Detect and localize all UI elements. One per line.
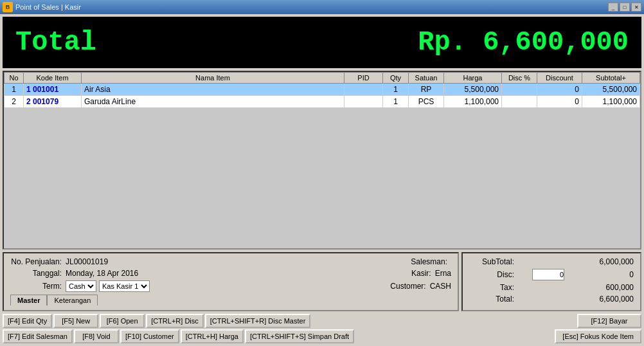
ctrl-h-button[interactable]: [CTRL+H] Harga: [181, 329, 244, 343]
total-value: Rp. 6,600,000: [418, 27, 629, 58]
no-penjualan-label: No. Penjualan:: [10, 257, 62, 266]
cell-nama: Garuda AirLine: [82, 96, 344, 108]
col-kode: Kode Item: [24, 73, 82, 84]
cell-no: 2: [4, 96, 24, 108]
subtotal-label: SubTotal:: [469, 257, 514, 266]
f8-button[interactable]: [F8] Void: [74, 329, 119, 343]
subtotal-value: 6,000,000: [582, 257, 634, 266]
subtotal-row: SubTotal: 6,000,000: [469, 257, 634, 266]
items-table-container: No Kode Item Nama Item PID Qty Satuan Ha…: [3, 71, 641, 250]
tabs[interactable]: Master Keterangan: [10, 295, 451, 305]
customer-label: Customer:: [375, 282, 426, 291]
buttons-row-1: [F4] Edit Qty [F5] New [F6] Open [CTRL+R…: [3, 314, 641, 328]
cell-qty: 1: [383, 96, 409, 108]
col-harga: Harga: [444, 73, 502, 84]
cell-subtotal: 5,500,000: [582, 84, 640, 96]
col-qty: Qty: [383, 73, 409, 84]
col-pid: PID: [344, 73, 383, 84]
cell-disc-pct: [502, 84, 537, 96]
no-penjualan-value: JL00001019: [66, 257, 108, 266]
term-row: Term: Cash Kas Kasir 1 Customer: CASH: [10, 280, 451, 292]
col-no: No: [4, 73, 24, 84]
tanggal-label: Tanggal:: [10, 269, 62, 278]
tab-keterangan[interactable]: Keterangan: [47, 295, 98, 305]
tanggal-row: Tanggal: Monday, 18 Apr 2016 Kasir: Erna: [10, 269, 451, 278]
app-title: Point of Sales | Kasir: [15, 3, 81, 11]
term-label: Term:: [10, 282, 62, 291]
f5-button[interactable]: [F5] New: [53, 314, 98, 328]
cell-harga: 5,500,000: [444, 84, 502, 96]
col-nama: Nama Item: [82, 73, 344, 84]
f10-button[interactable]: [F10] Customer: [120, 329, 179, 343]
disc-input[interactable]: [532, 269, 564, 280]
cell-discount: 0: [537, 84, 582, 96]
table-body: 1 1 001001 Air Asia 1 RP 5,500,000 0 5,5…: [4, 84, 640, 108]
f7-button[interactable]: [F7] Edit Salesman: [3, 329, 73, 343]
cell-satuan: RP: [409, 84, 444, 96]
kasir-label: Kasir:: [380, 269, 431, 278]
term-select[interactable]: Cash: [66, 280, 96, 292]
cell-no: 1: [4, 84, 24, 96]
main-window: Total Rp. 6,600,000 No Kode Item Nama It…: [0, 14, 644, 346]
info-right: SubTotal: 6,000,000 Disc: 0 Tax: 600,000…: [461, 252, 641, 311]
total-sum-value: 6,600,000: [582, 295, 634, 304]
cell-pid: [344, 84, 383, 96]
cell-disc-pct: [502, 96, 537, 108]
f12-button[interactable]: [F12] Bayar: [577, 314, 641, 328]
cell-pid: [344, 96, 383, 108]
salesman-label: Salesman:: [396, 257, 447, 266]
total-label: Total: [15, 27, 96, 58]
customer-value: CASH: [430, 282, 451, 291]
esc-button[interactable]: [Esc] Fokus Kode Item: [555, 329, 641, 343]
tab-master[interactable]: Master: [10, 295, 47, 305]
cell-satuan: PCS: [409, 96, 444, 108]
buttons-row-2: [F7] Edit Salesman [F8] Void [F10] Custo…: [3, 329, 641, 343]
f4-button[interactable]: [F4] Edit Qty: [3, 314, 52, 328]
cell-subtotal: 1,100,000: [582, 96, 640, 108]
total-sum-label: Total:: [469, 295, 514, 304]
table-header-row: No Kode Item Nama Item PID Qty Satuan Ha…: [4, 73, 640, 84]
cell-kode: 1 001001: [24, 84, 82, 96]
f6-button[interactable]: [F6] Open: [100, 314, 145, 328]
title-bar: B Point of Sales | Kasir _ □ ✕: [0, 0, 644, 14]
table-row[interactable]: 1 1 001001 Air Asia 1 RP 5,500,000 0 5,5…: [4, 84, 640, 96]
col-subtotal: Subtotal+: [582, 73, 640, 84]
restore-button[interactable]: □: [620, 3, 630, 12]
cell-discount: 0: [537, 96, 582, 108]
info-section: No. Penjualan: JL00001019 Salesman: Tang…: [3, 252, 641, 311]
cell-kode: 2 001079: [24, 96, 82, 108]
cell-qty: 1: [383, 84, 409, 96]
app-icon: B: [3, 2, 13, 12]
disc-label: Disc:: [469, 270, 514, 279]
ctrl-shift-r-button[interactable]: [CTRL+SHIFT+R] Disc Master: [205, 314, 311, 328]
table-row[interactable]: 2 2 001079 Garuda AirLine 1 PCS 1,100,00…: [4, 96, 640, 108]
col-discount: Discount: [537, 73, 582, 84]
kas-select[interactable]: Kas Kasir 1: [99, 280, 150, 292]
tax-value: 600,000: [582, 283, 634, 292]
window-controls[interactable]: _ □ ✕: [608, 3, 641, 12]
cell-harga: 1,100,000: [444, 96, 502, 108]
tanggal-value: Monday, 18 Apr 2016: [66, 269, 138, 278]
ctrl-r-button[interactable]: [CTRL+R] Disc: [146, 314, 204, 328]
col-disc-pct: Disc %: [502, 73, 537, 84]
info-left: No. Penjualan: JL00001019 Salesman: Tang…: [3, 252, 459, 311]
disc-value: 0: [582, 270, 634, 279]
buttons-section: [F4] Edit Qty [F5] New [F6] Open [CTRL+R…: [3, 314, 641, 343]
tax-row: Tax: 600,000: [469, 283, 634, 292]
close-button[interactable]: ✕: [631, 3, 641, 12]
col-satuan: Satuan: [409, 73, 444, 84]
cell-nama: Air Asia: [82, 84, 344, 96]
minimize-button[interactable]: _: [608, 3, 618, 12]
no-penjualan-row: No. Penjualan: JL00001019 Salesman:: [10, 257, 451, 266]
disc-row: Disc: 0: [469, 269, 634, 280]
items-table: No Kode Item Nama Item PID Qty Satuan Ha…: [4, 72, 640, 108]
total-display: Total Rp. 6,600,000: [3, 17, 641, 68]
kasir-value: Erna: [435, 269, 451, 278]
tax-label: Tax:: [469, 283, 514, 292]
total-row: Total: 6,600,000: [469, 295, 634, 304]
ctrl-shift-s-button[interactable]: [CTRL+SHIFT+S] Simpan Draft: [245, 329, 354, 343]
